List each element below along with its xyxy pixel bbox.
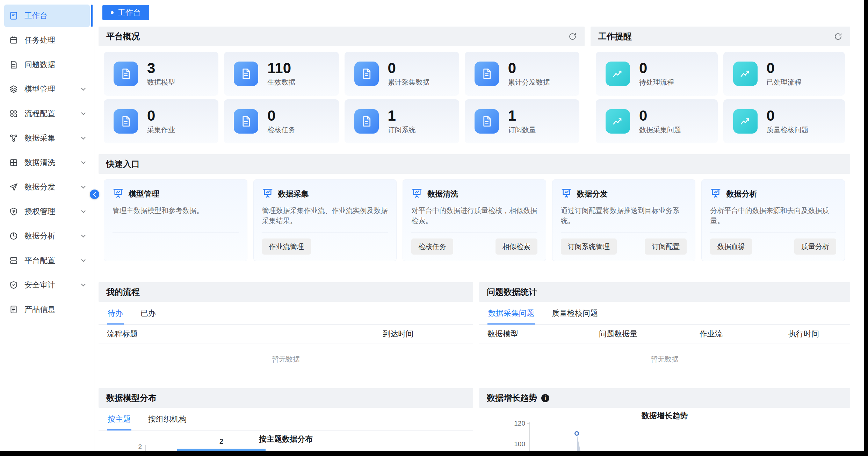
sidebar-item-data-analysis[interactable]: 数据分析: [4, 225, 90, 247]
stat-value: 0: [267, 108, 295, 123]
info-icon[interactable]: i: [541, 394, 549, 402]
quick-entry-panel: 快速入口 模型管理 管理主数据模型和参考数据。 数据采集 管理数据采集作业流、作…: [99, 154, 850, 267]
quick-card-data-cleaning[interactable]: 数据清洗 对平台中的数据进行质量检核，相似数据检索。 检核任务 相似检索: [403, 179, 546, 261]
model-mgmt-icon: [9, 85, 18, 94]
stat-label: 检核任务: [267, 125, 295, 135]
quick-card-title: 数据清洗: [427, 189, 458, 199]
refresh-icon[interactable]: [568, 32, 577, 41]
sidebar-item-task-handling[interactable]: 任务处理: [4, 29, 90, 51]
tab-todo[interactable]: 待办: [107, 302, 124, 324]
sidebar: 工作台 任务处理 问题数据 模型管理 流程配置 数据采集 数据清洗: [0, 0, 94, 451]
quick-card-data-collection[interactable]: 数据采集 管理数据采集作业流、作业流实例及数据采集结果。 作业流管理: [253, 179, 397, 261]
refresh-icon[interactable]: [834, 32, 842, 41]
sidebar-item-security-audit[interactable]: 安全审计: [4, 274, 90, 296]
sidebar-item-data-collection[interactable]: 数据采集: [4, 127, 90, 149]
chevron-down-icon: [81, 282, 86, 286]
trend-chart-icon: [606, 109, 630, 134]
stat-label: 数据采集问题: [639, 125, 681, 135]
quick-card-data-distribution[interactable]: 数据分发 通过订阅配置将数据推送到目标业务系统。 订阅系统管理 订阅配置: [552, 179, 696, 261]
tab-done[interactable]: 已办: [140, 302, 157, 324]
sidebar-item-workbench[interactable]: 工作台: [4, 5, 90, 27]
bar-value-label: 2: [177, 437, 266, 446]
workbench-icon: [9, 11, 18, 20]
stat-label: 累计采集数据: [388, 78, 430, 87]
stat-value: 1: [388, 108, 416, 123]
document-icon: [354, 109, 379, 134]
sidebar-item-issue-data[interactable]: 问题数据: [4, 54, 90, 76]
quick-card-buttons: 数据血缘 质量分析: [710, 238, 836, 255]
quick-card-title: 模型管理: [129, 189, 159, 199]
subscribe-system-mgmt-button[interactable]: 订阅系统管理: [561, 238, 617, 255]
platform-overview-panel: 平台概况 3数据模型 110生效数据: [99, 27, 585, 149]
column-issue-count: 问题数据量: [572, 329, 665, 339]
tab-by-subject[interactable]: 按主题: [107, 408, 131, 430]
quick-card-desc: 管理主数据模型和参考数据。: [113, 206, 239, 233]
trend-chart-icon: [606, 62, 630, 86]
quality-analysis-button[interactable]: 质量分析: [794, 238, 836, 255]
sidebar-item-flow-config[interactable]: 流程配置: [4, 102, 90, 125]
task-handling-icon: [9, 36, 18, 45]
stat-card-handled-flows: 0已处理流程: [723, 52, 845, 96]
sidebar-item-product-info[interactable]: 产品信息: [4, 298, 90, 321]
panel-title: 问题数据统计: [487, 286, 537, 298]
stat-card-quality-issues: 0质量检核问题: [723, 99, 845, 143]
quick-entry-cards: 模型管理 管理主数据模型和参考数据。 数据采集 管理数据采集作业流、作业流实例及…: [99, 174, 850, 267]
bar[interactable]: [177, 449, 266, 451]
quick-card-title: 数据采集: [278, 189, 309, 199]
sidebar-item-label: 模型管理: [24, 84, 75, 94]
sidebar-item-model-mgmt[interactable]: 模型管理: [4, 78, 90, 100]
trend-chart-icon: [733, 109, 758, 134]
data-analysis-icon: [9, 231, 18, 241]
tab-workbench[interactable]: 工作台: [102, 5, 149, 20]
similar-search-button[interactable]: 相似检索: [496, 238, 537, 255]
y-axis-tick: 100: [501, 440, 525, 448]
stat-label: 订阅系统: [388, 125, 416, 135]
check-task-button[interactable]: 检核任务: [411, 238, 453, 255]
model-distribution-tabs: 按主题 按组织机构: [99, 408, 473, 430]
my-process-panel: 我的流程 待办 已办 流程标题 到达时间 暂无数据: [99, 282, 473, 378]
stat-label: 采集作业: [147, 125, 175, 135]
column-data-model: 数据模型: [479, 329, 572, 339]
workflow-mgmt-button[interactable]: 作业流管理: [262, 238, 311, 255]
panel-title: 我的流程: [106, 286, 140, 298]
panel-header: 工作提醒: [591, 27, 850, 46]
panel-title: 数据模型分布: [106, 392, 157, 404]
series-area-shape: [529, 425, 676, 451]
tab-active-dot-icon: [111, 11, 114, 14]
growth-trend-panel: 数据增长趋势 i 数据增长趋势 120 100: [479, 388, 850, 451]
my-process-tabs: 待办 已办: [99, 302, 473, 325]
chevron-down-icon: [81, 159, 86, 164]
product-info-icon: [9, 305, 18, 314]
document-icon: [475, 62, 499, 86]
subscribe-config-button[interactable]: 订阅配置: [645, 238, 687, 255]
sidebar-collapse-button[interactable]: [90, 190, 99, 199]
sidebar-item-auth-mgmt[interactable]: 授权管理: [4, 200, 90, 223]
stat-card-data-models: 3数据模型: [104, 52, 218, 96]
data-lineage-button[interactable]: 数据血缘: [710, 238, 752, 255]
quick-card-buttons: [113, 238, 239, 255]
panel-header: 快速入口: [99, 154, 850, 174]
board-chart-icon: [411, 187, 422, 201]
stat-card-collect-issues: 0数据采集问题: [596, 99, 718, 143]
chevron-down-icon: [81, 135, 86, 140]
tab-quality-issues[interactable]: 质量检核问题: [551, 302, 599, 324]
sidebar-item-data-cleaning[interactable]: 数据清洗: [4, 151, 90, 174]
quick-card-data-analysis[interactable]: 数据分析 分析平台中的数据来源和去向及数据质量。 数据血缘 质量分析: [701, 179, 845, 261]
issue-stats-tabs: 数据采集问题 质量检核问题: [479, 302, 850, 325]
column-flow-title: 流程标题: [99, 329, 323, 339]
document-icon: [354, 62, 379, 86]
board-chart-icon: [710, 187, 721, 201]
quick-card-desc: 通过订阅配置将数据推送到目标业务系统。: [561, 206, 687, 233]
quick-card-model-mgmt[interactable]: 模型管理 管理主数据模型和参考数据。: [104, 179, 247, 261]
tab-by-org[interactable]: 按组织机构: [147, 408, 187, 430]
sidebar-item-platform-config[interactable]: 平台配置: [4, 249, 90, 272]
security-audit-icon: [9, 280, 18, 290]
document-icon: [114, 62, 138, 86]
sidebar-item-data-distribution[interactable]: 数据分发: [4, 176, 90, 198]
data-point[interactable]: [574, 431, 579, 436]
panel-title: 工作提醒: [598, 31, 632, 42]
growth-line-chart: 数据增长趋势 120 100: [479, 408, 850, 451]
stat-value: 0: [767, 60, 802, 76]
model-distribution-panel: 数据模型分布 按主题 按组织机构 按主题数据分布 2 2: [99, 388, 473, 451]
tab-collect-issues[interactable]: 数据采集问题: [487, 302, 535, 324]
